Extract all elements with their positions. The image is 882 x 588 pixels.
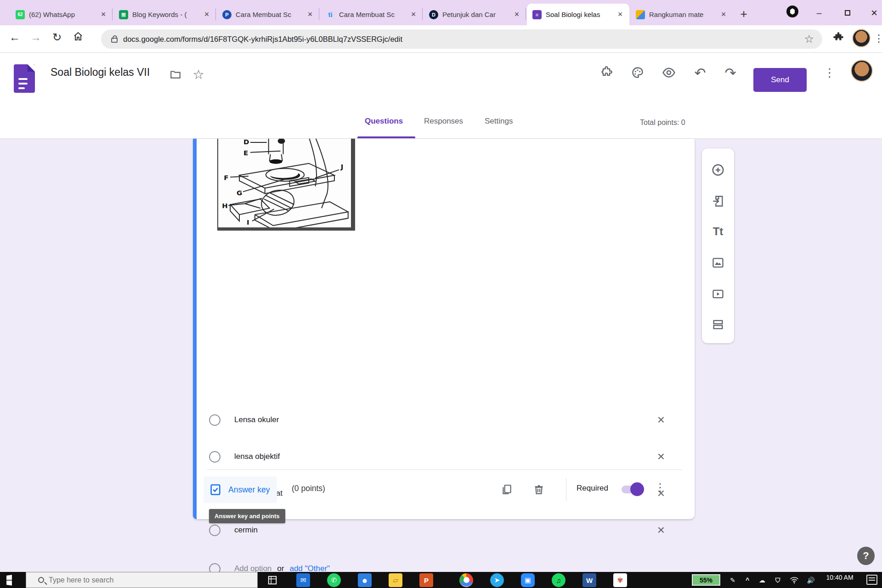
url-bar[interactable]: docs.google.com/forms/d/16F8TGQK-ykrhiRj… [101,29,822,49]
tab-close-icon[interactable]: × [409,10,418,19]
add-question-icon[interactable] [702,157,734,183]
whatsapp-app-icon[interactable]: ✆ [327,573,341,587]
tab-questions[interactable]: Questions [365,117,403,126]
add-title-icon[interactable]: Tt [702,218,734,245]
remove-option-icon[interactable]: × [657,450,665,463]
back-button[interactable]: ← [6,31,23,44]
tab-petunjuk[interactable]: D Petunjuk dan Car × [424,4,526,25]
tab-title: (62) WhatsApp [29,11,99,18]
active-tab-underline [357,136,415,138]
wifi-tray-icon[interactable] [787,573,801,587]
add-section-icon[interactable] [702,311,734,338]
tab-cara-membuat-2[interactable]: ti Cara Membuat Sc × [320,4,423,25]
duplicate-question-icon[interactable] [496,479,517,500]
tab-close-icon[interactable]: × [616,10,625,19]
extensions-puzzle-icon[interactable] [832,32,844,46]
form-more-menu-icon[interactable]: ⋮ [819,62,841,84]
mail-app-icon[interactable]: ✉ [296,573,310,587]
question-more-icon[interactable]: ⋮ [655,481,666,494]
question-image-microscope[interactable]: D E F G J [217,139,355,231]
file-explorer-icon[interactable]: ▱ [389,573,402,587]
addons-icon[interactable] [595,62,617,84]
selected-question-indicator [193,139,197,519]
taskbar-clock[interactable]: 10:40 AM [821,574,858,581]
add-image-icon[interactable] [702,249,734,276]
tab-title: Petunjuk dan Car [442,11,512,18]
form-title[interactable]: Soal Biologi kelas VII [51,66,150,79]
browser-profile-avatar[interactable] [852,29,871,47]
taskbar-search[interactable] [26,572,258,588]
redo-icon[interactable]: ↷ [719,62,741,84]
new-tab-button[interactable]: + [733,5,754,23]
chrome-app-icon-active[interactable] [459,573,473,587]
question-card[interactable]: D E F G J [193,139,695,519]
pen-tray-icon[interactable]: ✎ [726,573,740,587]
bookmark-star-icon[interactable]: ☆ [804,33,814,45]
tab-close-icon[interactable]: × [512,10,521,19]
paint-app-icon[interactable]: ✾ [613,573,627,587]
window-minimize-button[interactable]: – [808,4,830,22]
window-maximize-button[interactable] [837,4,858,22]
points-label: (0 points) [292,484,325,493]
tab-soal-biologi-active[interactable]: ≡ Soal Biologi kelas × [527,4,629,25]
theme-palette-icon[interactable] [627,62,649,84]
tab-close-icon[interactable]: × [719,10,728,19]
start-button[interactable] [6,574,18,586]
browser-toolbar: ← → ↻ docs.google.com/forms/d/16F8TGQK-y… [0,25,882,53]
powerpoint-app-icon[interactable]: P [419,573,433,587]
undo-icon[interactable]: ↶ [689,62,711,84]
tab-close-icon[interactable]: × [202,10,211,19]
svg-text:H: H [222,202,227,210]
home-icon [73,31,84,42]
notification-center-icon[interactable] [866,575,877,585]
delete-question-icon[interactable] [528,479,549,500]
answer-key-button[interactable]: Answer key [204,476,277,503]
ti-favicon: ti [326,10,335,19]
zoom-app-icon[interactable]: ▣ [521,573,535,587]
home-button[interactable] [70,31,86,45]
radio-icon[interactable] [209,525,220,536]
volume-tray-icon[interactable]: 🔊 [804,573,818,587]
browser-menu-icon[interactable]: ⋮ [874,33,882,45]
remove-option-icon[interactable]: × [657,413,665,426]
tab-close-icon[interactable]: × [99,10,108,19]
radio-icon[interactable] [209,451,220,463]
tab-responses[interactable]: Responses [424,117,463,126]
remove-option-icon[interactable]: × [657,524,665,537]
tab-blog-keywords[interactable]: ▦ Blog Keywords - ( × [113,4,216,25]
option-label[interactable]: cermin [234,526,258,535]
tab-close-icon[interactable]: × [305,10,315,19]
search-input[interactable] [49,576,223,584]
send-button[interactable]: Send [753,68,807,92]
import-questions-icon[interactable] [702,188,734,215]
add-video-icon[interactable] [702,281,734,307]
tab-cara-membuat-1[interactable]: P Cara Membuat Sc × [217,4,319,25]
option-label[interactable]: Lensa okuler [234,415,279,424]
required-toggle[interactable] [622,486,643,493]
star-form-icon[interactable]: ☆ [187,63,209,85]
onedrive-tray-icon[interactable]: ☁ [755,573,769,587]
tab-rangkuman[interactable]: Rangkuman mate × [630,4,733,25]
forward-button[interactable]: → [28,31,44,44]
radio-icon[interactable] [209,414,220,426]
word-app-icon[interactable]: W [582,573,596,587]
spotify-app-icon[interactable]: ♫ [552,573,565,587]
battery-status-badge[interactable]: 55% [692,574,720,586]
security-tray-icon[interactable]: ⛉ [771,573,785,587]
reload-button[interactable]: ↻ [49,31,65,44]
tab-whatsapp[interactable]: 62 (62) WhatsApp × [10,4,113,25]
answer-key-icon [209,483,222,496]
people-app-icon[interactable]: ☻ [358,573,372,587]
option-label[interactable]: lensa objektif [234,452,280,461]
tab-settings[interactable]: Settings [485,117,513,126]
svg-text:F: F [224,174,228,182]
telegram-app-icon[interactable]: ➤ [490,573,504,587]
window-close-button[interactable]: × [864,4,882,22]
move-to-folder-icon[interactable] [164,63,187,85]
preview-eye-icon[interactable] [658,62,680,84]
task-view-icon[interactable] [266,573,279,587]
browser-badge-icon[interactable] [786,6,798,17]
account-avatar[interactable] [851,60,873,82]
hidden-icons-chevron[interactable]: ^ [741,573,754,587]
help-button[interactable]: ? [857,547,875,565]
